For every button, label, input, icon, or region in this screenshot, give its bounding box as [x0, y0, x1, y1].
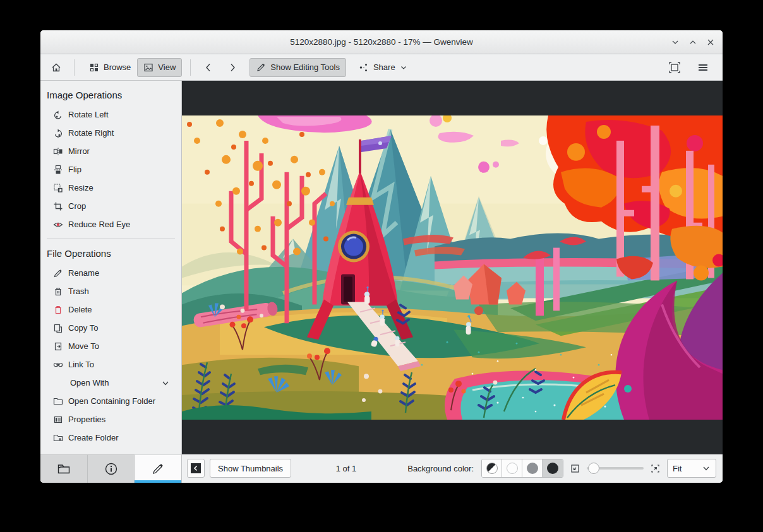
edit-pencil-icon — [256, 62, 266, 73]
sidebar-item-crop[interactable]: Crop — [40, 197, 181, 215]
bg-color-auto-button[interactable] — [482, 459, 502, 477]
neutral-color-swatch — [527, 463, 538, 474]
zoom-mode-select[interactable]: Fit — [667, 459, 716, 478]
view-label: View — [158, 62, 176, 72]
tab-operations[interactable] — [135, 454, 181, 483]
zoom-slider-handle[interactable] — [588, 463, 599, 474]
item-label: Flip — [68, 165, 81, 174]
sidebar-item-open-with[interactable]: Open With — [40, 374, 181, 392]
minimize-button[interactable] — [670, 37, 681, 48]
gwenview-window: 5120x2880.jpg - 5120x2880 - 17% — Gwenvi… — [40, 30, 723, 483]
item-label: Rename — [68, 268, 99, 278]
background-color-label: Background color: — [407, 464, 474, 473]
light-color-swatch — [507, 463, 518, 474]
item-label: Move To — [68, 341, 99, 351]
resize-icon — [53, 183, 63, 193]
item-label: Open With — [70, 378, 109, 387]
create-folder-icon — [53, 433, 63, 443]
sidebar-item-mirror[interactable]: Mirror — [40, 142, 181, 160]
forward-icon — [227, 62, 238, 73]
home-button[interactable] — [47, 58, 66, 77]
sidebar-item-rotate-left[interactable]: Rotate Left — [40, 105, 181, 124]
image-count: 1 of 1 — [327, 454, 365, 483]
share-button[interactable]: Share — [352, 58, 414, 77]
hamburger-menu-icon — [697, 62, 709, 73]
delete-icon — [53, 305, 63, 315]
item-label: Crop — [68, 201, 86, 211]
flip-icon — [53, 165, 63, 175]
sidebar-item-trash[interactable]: Trash — [40, 282, 181, 300]
fullscreen-button[interactable] — [664, 58, 685, 77]
show-thumbnails-label: Show Thumbnails — [218, 464, 283, 473]
item-label: Copy To — [68, 323, 98, 333]
sidebar-item-resize[interactable]: Resize — [40, 179, 181, 197]
item-label: Rotate Right — [68, 128, 114, 138]
tab-information[interactable] — [88, 454, 135, 483]
sidebar-item-rotate-right[interactable]: Rotate Right — [40, 124, 181, 142]
sidebar-item-flip[interactable]: Flip — [40, 160, 181, 179]
browse-button[interactable]: Browse — [83, 58, 137, 77]
move-to-icon — [53, 341, 63, 352]
dark-color-swatch — [547, 463, 558, 474]
bg-color-neutral-button[interactable] — [522, 459, 543, 477]
sidebar-item-reduce-red-eye[interactable]: Reduce Red Eye — [40, 215, 181, 233]
item-label: Delete — [68, 305, 92, 314]
photo-no-mans-sky-artwork — [182, 115, 723, 420]
file-operations-title: File Operations — [40, 245, 181, 264]
sidebar-item-open-containing-folder[interactable]: Open Containing Folder — [40, 392, 181, 410]
titlebar[interactable]: 5120x2880.jpg - 5120x2880 - 17% — Gwenvi… — [40, 30, 723, 54]
show-editing-tools-label: Show Editing Tools — [270, 62, 340, 72]
sidebar-item-properties[interactable]: Properties — [40, 410, 181, 429]
forward-button[interactable] — [223, 58, 242, 77]
main-toolbar: Browse View Show Editing Tools Share — [40, 54, 723, 81]
item-label: Mirror — [68, 146, 90, 156]
background-color-group — [481, 459, 563, 478]
view-button[interactable]: View — [137, 58, 182, 77]
item-label: Properties — [68, 415, 105, 424]
back-icon — [203, 62, 214, 73]
zoom-slider[interactable] — [587, 462, 644, 475]
zoom-to-fit-icon[interactable] — [570, 463, 580, 474]
mirror-icon — [53, 146, 63, 157]
folder-icon — [53, 396, 63, 406]
close-button[interactable] — [705, 37, 716, 48]
sidebar-item-link-to[interactable]: Link To — [40, 355, 181, 374]
share-icon — [359, 62, 369, 73]
link-to-icon — [53, 360, 63, 370]
window-title: 5120x2880.jpg - 5120x2880 - 17% — Gwenvi… — [40, 37, 723, 47]
rotate-right-icon — [53, 128, 63, 138]
toolbar-separator — [190, 59, 191, 76]
item-label: Resize — [68, 183, 93, 192]
tab-folders[interactable] — [40, 454, 88, 483]
sidebar-collapse-icon — [191, 463, 201, 473]
pencil-icon — [151, 462, 165, 476]
back-button[interactable] — [199, 58, 218, 77]
sidebar-item-rename[interactable]: Rename — [40, 264, 181, 282]
auto-color-swatch — [486, 463, 498, 474]
browse-icon — [89, 62, 99, 73]
image-viewport[interactable] — [182, 81, 723, 454]
bg-color-dark-button[interactable] — [543, 459, 563, 477]
sidebar-item-copy-to[interactable]: Copy To — [40, 319, 181, 337]
maximize-button[interactable] — [687, 37, 699, 48]
sidebar-item-create-folder[interactable]: Create Folder — [40, 429, 181, 447]
sidebar-divider — [47, 239, 175, 239]
fullscreen-icon — [668, 61, 681, 74]
sidebar-tabs — [40, 454, 181, 483]
bg-color-light-button[interactable] — [502, 459, 522, 477]
toggle-sidebar-button[interactable] — [187, 459, 205, 478]
sidebar-item-delete[interactable]: Delete — [40, 300, 181, 319]
hamburger-menu-button[interactable] — [694, 58, 712, 77]
crop-icon — [53, 201, 63, 211]
image-operations-title: Image Operations — [40, 87, 181, 105]
show-thumbnails-button[interactable]: Show Thumbnails — [210, 459, 291, 478]
rename-icon — [53, 268, 63, 278]
properties-icon — [53, 415, 63, 425]
chevron-down-icon — [400, 64, 407, 71]
sidebar-item-move-to[interactable]: Move To — [40, 337, 181, 355]
home-icon — [51, 62, 62, 73]
sidebar: Image Operations Rotate Left Rotate Righ… — [40, 81, 182, 483]
actual-size-icon[interactable] — [650, 463, 661, 474]
show-editing-tools-button[interactable]: Show Editing Tools — [249, 58, 346, 77]
chevron-down-icon — [161, 379, 170, 387]
